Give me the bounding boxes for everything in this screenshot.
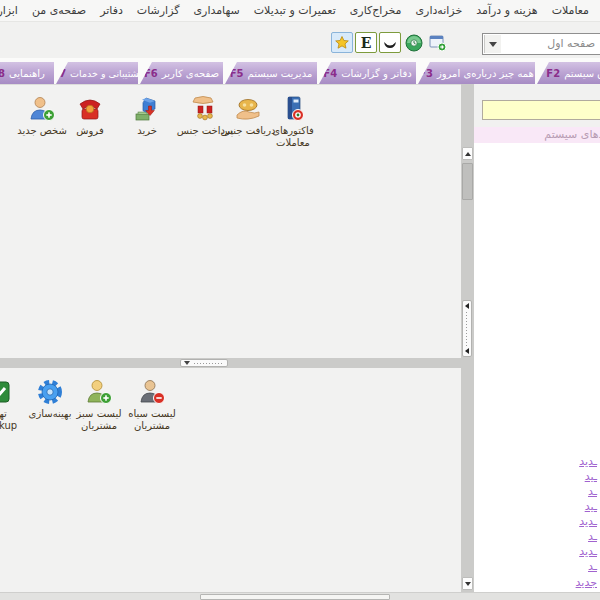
scroll-down-button[interactable] [462, 577, 473, 590]
font-icon: E [361, 36, 372, 50]
star-button[interactable] [331, 32, 353, 53]
ribbon-item-sale[interactable]: فروش [66, 95, 114, 137]
tab-fkey: F3 [419, 68, 433, 79]
quick-link[interactable]: ـدید [579, 455, 597, 468]
menu-item-costing[interactable]: مخراج‌کاری [343, 4, 409, 17]
horizontal-splitter [0, 358, 461, 368]
collapse-left-icon [465, 348, 469, 354]
tab-system-management[interactable]: مدیریت سیستم F5 [225, 62, 317, 84]
ribbon-item-transaction-invoices[interactable]: فاکتورهای معاملات [267, 95, 319, 149]
menu-item-my-page[interactable]: صفحه‌ی من [25, 4, 93, 17]
invoices-icon [279, 95, 307, 123]
horizontal-scrollbar [0, 592, 600, 600]
collapse-left-icon [465, 303, 469, 309]
tab-fkey: F6 [144, 68, 158, 79]
system-events-header-label: رویدادهای سیستم [544, 128, 600, 141]
toolbar: صفحه اول E [0, 22, 600, 59]
tab-about-today[interactable]: همه چیز درباره‌ی امروز F3 [418, 62, 535, 84]
quick-link[interactable]: ـید [585, 470, 597, 483]
menu-item-transactions[interactable]: معاملات [545, 4, 596, 17]
tab-user-page[interactable]: صفحه‌ی کاربر F6 [140, 62, 223, 84]
grip-dots-icon [193, 361, 224, 365]
quick-link[interactable]: ـدید [579, 515, 597, 528]
star-icon [334, 35, 350, 51]
tab-label: مدیریت سیستم [248, 68, 313, 79]
system-rooms-panel: فاکتورهای معاملات دریافت جنس پرداخت جنس [0, 84, 461, 359]
ribbon-item-label: لیست سبز [77, 408, 122, 420]
ribbon-item-backup[interactable]: تهیه backup [0, 378, 24, 432]
tab-label: پشتیبانی و خدمات [70, 68, 142, 79]
ribbon-item-optimize[interactable]: بهینه‌سازی [22, 378, 78, 420]
chevron-down-icon [489, 42, 497, 47]
quick-link[interactable]: جدید [576, 576, 597, 589]
menu-item-tools[interactable]: ابزار [0, 4, 25, 17]
ribbon-item-label: تهیه [0, 408, 7, 420]
tab-fkey: F8 [0, 68, 5, 79]
search-input[interactable] [482, 100, 600, 120]
ribbon-item-new-person[interactable]: شخص جدید [16, 95, 68, 137]
horizontal-splitter-handle[interactable] [180, 359, 228, 367]
window-export-button[interactable] [427, 32, 449, 53]
menu-item-treasury[interactable]: خزانه‌داری [408, 4, 469, 17]
tab-system-rooms[interactable]: اتاق سیستم F2 [537, 62, 600, 84]
ribbon-item-label: فروش [76, 125, 103, 137]
blacklist-person-icon [138, 378, 166, 406]
menu-item-reports[interactable]: گزارشات [130, 4, 187, 17]
ribbon-item-partial[interactable]: ا [0, 95, 6, 137]
tab-label: صفحه‌ی کاربر [162, 68, 219, 79]
scrollbar-thumb[interactable] [462, 163, 473, 200]
user-page-panel: لیست سیاه مشتریان لیست سبز مشتریان بهینه… [0, 368, 461, 592]
ribbon-item-purchase[interactable]: خرید [123, 95, 171, 137]
crescent-button[interactable] [379, 32, 401, 53]
ribbon-item-customers-blacklist[interactable]: لیست سیاه مشتریان [126, 378, 178, 432]
optimize-gear-icon [36, 378, 64, 406]
tab-label: دفاتر و گزارشات [341, 68, 412, 79]
ribbon-item-pay-goods[interactable]: پرداخت جنس [181, 95, 229, 137]
purchase-icon [133, 95, 161, 123]
menu-item-ledgers[interactable]: دفاتر [93, 4, 130, 17]
tab-label: همه چیز درباره‌ی امروز [437, 68, 534, 79]
globe-clock-icon [405, 34, 423, 52]
menu-item-repairs-conversions[interactable]: تعمیرات و تبدیلات [247, 4, 343, 17]
menu-bar: معاملات هزینه و درآمد خزانه‌داری مخراج‌ک… [0, 0, 600, 22]
collapse-down-icon [184, 361, 190, 365]
font-button[interactable]: E [355, 32, 377, 53]
tab-support-services[interactable]: پشتیبانی و خدمات F7 [56, 62, 138, 84]
ribbon-item-label: معاملات [276, 137, 310, 149]
quick-link[interactable]: ـدید [579, 545, 597, 558]
horizontal-scrollbar-thumb[interactable] [200, 594, 390, 600]
sale-icon [76, 95, 104, 123]
menu-item-shareholding[interactable]: سهامداری [186, 4, 246, 17]
tab-fkey: F4 [323, 68, 337, 79]
grip-dots-icon [465, 311, 469, 346]
globe-button[interactable] [403, 32, 425, 53]
window-export-icon [429, 34, 447, 52]
pay-goods-icon [191, 95, 219, 123]
vertical-splitter [461, 84, 474, 592]
quick-link[interactable]: ـد [588, 530, 597, 543]
arrow-up-icon [465, 152, 471, 156]
arrow-down-icon [465, 582, 471, 586]
quick-link[interactable]: ـید [585, 500, 597, 513]
ribbon-item-label: لیست سیاه [128, 408, 176, 420]
tab-fkey: F5 [230, 68, 244, 79]
tab-help[interactable]: راهنمایی F8 [0, 62, 54, 84]
backup-icon [0, 378, 13, 406]
menu-item-expense-income[interactable]: هزینه و درآمد [469, 4, 544, 17]
ribbon-item-label: بهینه‌سازی [29, 408, 72, 420]
ribbon-item-label: پرداخت جنس [177, 125, 234, 137]
new-person-icon [28, 95, 56, 123]
page-combobox[interactable]: صفحه اول [482, 33, 600, 55]
scroll-up-button[interactable] [462, 147, 473, 160]
quick-link[interactable]: ـد [588, 560, 597, 573]
ribbon-item-customers-greenlist[interactable]: لیست سبز مشتریان [73, 378, 125, 432]
receive-goods-icon [234, 95, 262, 123]
crescent-icon [382, 35, 398, 51]
page-combobox-value: صفحه اول [547, 37, 595, 50]
tab-fkey: F7 [52, 68, 66, 79]
ribbon-item-label: مشتریان [134, 420, 170, 432]
vertical-splitter-handle[interactable] [462, 300, 472, 357]
tab-ledgers-reports[interactable]: دفاتر و گزارشات F4 [319, 62, 416, 84]
quick-link[interactable]: ـد [588, 485, 597, 498]
combobox-dropdown-button[interactable] [484, 35, 501, 53]
